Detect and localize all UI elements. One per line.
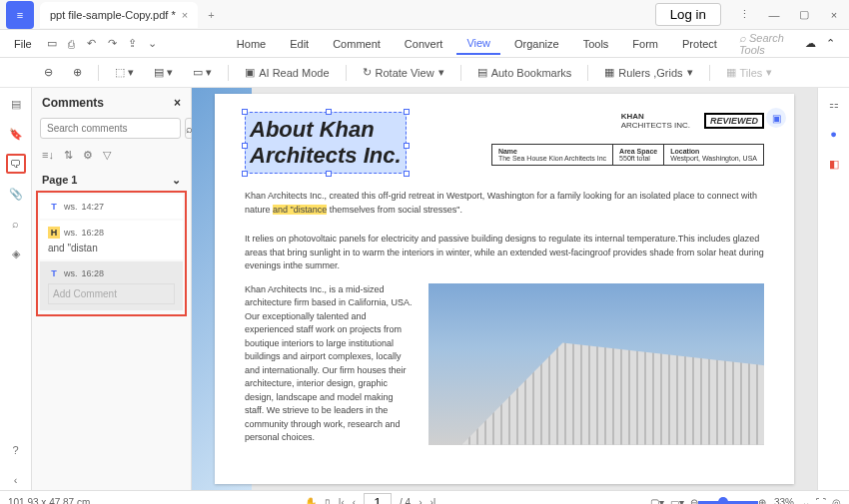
last-page-icon[interactable]: ›|	[430, 497, 436, 504]
text-annotation-icon: T	[48, 201, 60, 213]
menu-protect[interactable]: Protect	[672, 34, 727, 54]
comment-text: and "distan	[48, 243, 175, 253]
comment-item[interactable]: H ws. 16:28 and "distan	[40, 221, 183, 259]
fullscreen-icon[interactable]: ⛶	[816, 497, 826, 504]
menu-edit[interactable]: Edit	[280, 34, 319, 54]
paragraph-3: Khan Architects Inc., is a mid-sized arc…	[245, 283, 415, 445]
new-tab-button[interactable]: +	[198, 9, 224, 21]
highlight-annotation-icon: H	[48, 227, 60, 239]
ai-assistant-icon[interactable]: ●	[824, 124, 844, 144]
comment-item[interactable]: T ws. 14:27	[40, 195, 183, 219]
cloud-upload-icon[interactable]: ☁	[805, 37, 816, 50]
zoom-out-button[interactable]: ⊖	[40, 64, 57, 81]
filter-icon[interactable]: ▽	[103, 149, 111, 162]
zoom-value[interactable]: 33%	[774, 497, 794, 504]
zoom-in-status-icon[interactable]: ⊕	[758, 497, 766, 504]
select-tool-icon[interactable]: ▯	[325, 497, 331, 504]
panel-title: Comments	[42, 96, 104, 110]
brand-logo: KHANARCHITECTS INC.	[621, 112, 690, 130]
redo-icon[interactable]: ↷	[104, 33, 120, 55]
bookmarks-icon[interactable]: 🔖	[6, 124, 26, 144]
reviewed-stamp: REVIEWED	[704, 113, 764, 129]
settings-icon[interactable]: ⚙	[83, 149, 93, 162]
comment-list: T ws. 14:27 H ws. 16:28 and "distan T ws…	[36, 191, 187, 316]
hand-tool-icon[interactable]: ✋	[305, 497, 317, 504]
save-icon[interactable]: ▭	[44, 33, 60, 55]
help-icon[interactable]: ?	[6, 440, 26, 460]
fit-page-icon[interactable]: ▢▾	[650, 497, 664, 504]
tab-title: ppt file-sample-Copy.pdf *	[50, 9, 176, 21]
highlighted-text[interactable]: and "distance	[273, 205, 327, 215]
page-total: / 4	[400, 497, 411, 504]
thumbnails-icon[interactable]: ▤	[6, 94, 26, 114]
comments-panel-icon[interactable]: 🗨	[6, 154, 26, 174]
menu-organize[interactable]: Organize	[504, 34, 569, 54]
info-table: NameThe Sea House Kion Architects Inc Ar…	[491, 144, 764, 166]
zoom-in-button[interactable]: ⊕	[69, 64, 86, 81]
app-logo: ≡	[6, 1, 34, 29]
collapse-left-icon[interactable]: ‹	[6, 470, 26, 490]
search-tools-input[interactable]: ⌕ Search Tools	[731, 32, 801, 56]
building-image	[428, 283, 764, 445]
menu-tools[interactable]: Tools	[573, 34, 619, 54]
minimize-icon[interactable]: —	[759, 1, 789, 29]
pdf-page: ▣ About Khan Architects Inc. KHANARCHITE…	[215, 94, 794, 484]
prev-page-icon[interactable]: ‹	[353, 497, 356, 504]
file-menu[interactable]: File	[6, 34, 40, 54]
chevron-down-icon[interactable]: ⌄	[144, 33, 160, 55]
fit-width-button[interactable]: ⬚ ▾	[111, 64, 138, 81]
close-panel-icon[interactable]: ×	[174, 96, 181, 110]
menu-view[interactable]: View	[456, 33, 500, 55]
page-display-button[interactable]: ▤ ▾	[150, 64, 177, 81]
menu-comment[interactable]: Comment	[323, 34, 391, 54]
paragraph-2: It relies on photovoltaic panels for ele…	[245, 233, 764, 273]
undo-icon[interactable]: ↶	[84, 33, 100, 55]
zoom-out-status-icon[interactable]: ⊖	[690, 497, 698, 504]
text-annotation-icon: T	[48, 267, 60, 279]
paragraph-1: Khan Architects Inc., created this off-g…	[245, 190, 764, 217]
tiles-button: ▦ Tiles ▾	[722, 64, 777, 81]
page-group-label[interactable]: Page 1	[42, 174, 77, 187]
document-tab[interactable]: ppt file-sample-Copy.pdf * ×	[40, 2, 198, 28]
search-panel-icon[interactable]: ⌕	[6, 214, 26, 234]
comment-search-input[interactable]	[40, 118, 181, 139]
annotation-badge-icon[interactable]: ▣	[766, 108, 786, 128]
search-icon: ⌕	[739, 32, 746, 44]
sort-icon[interactable]: ≡↓	[42, 149, 54, 162]
maximize-icon[interactable]: ▢	[789, 1, 819, 29]
integration-icon[interactable]: ◧	[824, 154, 844, 174]
share-icon[interactable]: ⇪	[124, 33, 140, 55]
chevron-down-icon[interactable]: ⌄	[802, 497, 810, 504]
menu-convert[interactable]: Convert	[395, 34, 453, 54]
collapse-group-icon[interactable]: ⌄	[172, 174, 181, 187]
reading-mode-icon[interactable]: ◎	[832, 497, 841, 504]
rulers-grids-button[interactable]: ▦ Rulers ,Grids ▾	[600, 64, 696, 81]
expand-icon[interactable]: ⇅	[64, 149, 73, 162]
close-window-icon[interactable]: ×	[819, 1, 849, 29]
auto-bookmarks-button[interactable]: ▤ Auto Bookmarks	[473, 64, 576, 81]
first-page-icon[interactable]: |‹	[339, 497, 345, 504]
properties-icon[interactable]: ⚏	[824, 94, 844, 114]
next-page-icon[interactable]: ›	[419, 497, 422, 504]
add-comment-input[interactable]: Add Comment	[48, 283, 175, 304]
ai-read-mode-button[interactable]: ▣ AI Read Mode	[241, 64, 333, 81]
collapse-ribbon-icon[interactable]: ⌃	[826, 37, 835, 50]
cursor-coordinates: 101.93 x 47.87 cm	[8, 497, 90, 504]
kebab-icon[interactable]: ⋮	[729, 1, 759, 29]
read-mode-button[interactable]: ▭ ▾	[189, 64, 216, 81]
selected-text-box[interactable]: About Khan Architects Inc.	[245, 112, 407, 174]
comment-item-selected[interactable]: T ws. 16:28 Add Comment	[40, 261, 183, 310]
close-tab-icon[interactable]: ×	[182, 9, 188, 21]
menu-home[interactable]: Home	[227, 34, 276, 54]
login-button[interactable]: Log in	[655, 3, 721, 26]
menu-form[interactable]: Form	[622, 34, 668, 54]
print-icon[interactable]: ⎙	[64, 33, 80, 55]
page-number-input[interactable]	[364, 493, 392, 504]
attachments-icon[interactable]: 📎	[6, 184, 26, 204]
rotate-view-button[interactable]: ↻ Rotate View ▾	[359, 64, 448, 81]
fit-width-icon[interactable]: ▭▾	[670, 497, 684, 504]
document-viewport[interactable]: ▣ About Khan Architects Inc. KHANARCHITE…	[192, 88, 817, 490]
layers-icon[interactable]: ◈	[6, 244, 26, 263]
